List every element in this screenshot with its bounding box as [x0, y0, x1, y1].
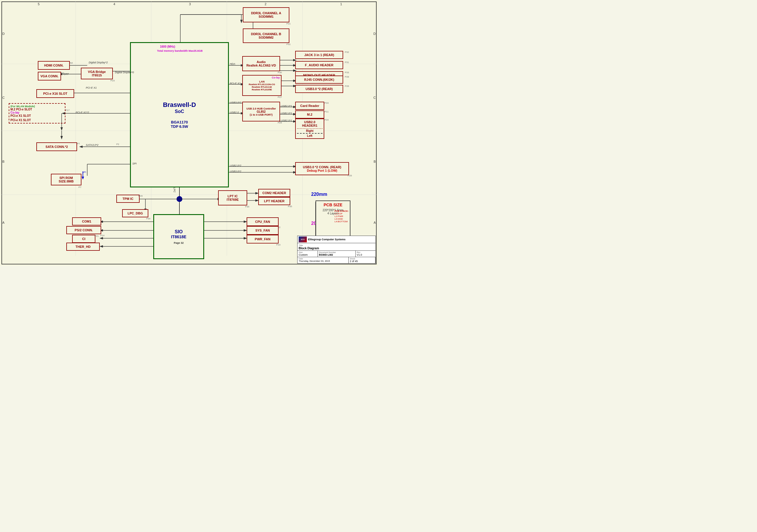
spi-rom-size: SIZE:8MB	[59, 180, 74, 183]
soc-pkg: BGA1170	[171, 120, 188, 125]
cpu-fan-label: CPU_FAN	[255, 220, 270, 223]
spi-rom-label: SPI ROM	[59, 176, 73, 180]
card-reader-box: Card Reader	[295, 102, 324, 110]
p7b-label: P7	[78, 186, 81, 188]
title-docnum-row: Size Custom Document Number BSWD-LM2 Rev…	[297, 251, 376, 257]
grid-col-5: 5	[38, 2, 40, 6]
ps2-label: PS/2 CONN.	[75, 228, 93, 232]
soc-type: SoC	[175, 109, 184, 114]
company-name: Elitegroup Computer Systems	[308, 238, 346, 241]
lan-colay: Co-lay	[272, 76, 280, 79]
pcie-x16-box: PCI-e X16 SLOT	[36, 89, 74, 98]
lan-chip-box: LAN Realtek RTL8111GN-CG Realtek RTL8111…	[242, 75, 282, 96]
sio-model: IT8618E	[171, 235, 186, 239]
com2-label: COM2 HEADER	[262, 191, 286, 195]
usb-hub-box: USB 2.0 HUB Controller GL852 (1 to 4 USB…	[242, 102, 280, 122]
pwr-fan-label: PWR_FAN	[255, 238, 270, 241]
usb-hub-line1: USB 2.0 HUB Controller	[246, 107, 276, 110]
pwr-fan-box: PWR_FAN	[247, 235, 279, 243]
spi1-label: SPI	[82, 171, 86, 174]
usb3-debug-label: Debug Port 1 (LOW)	[307, 169, 337, 172]
audio-chip-model: Realtek ALC662-VD	[246, 64, 276, 67]
usb3-rear-debug-box: USB3.0 *2 CONN. (REAR) Debug Port 1 (LOW…	[295, 162, 349, 175]
grid-row-b: B	[2, 160, 4, 163]
p24b-label: P24	[324, 102, 329, 104]
grid-row-d-right: D	[374, 32, 376, 36]
page-rev: V1.0	[357, 253, 375, 256]
memory-note2: Total memory bandwidth Max25.6GB	[157, 49, 203, 52]
lan-line4: Realtek RTL8105E	[252, 88, 272, 91]
dig-disp2-label: Digital Display*2	[89, 61, 108, 64]
grid-row-a-right: A	[374, 221, 376, 224]
usb20-header-box: USB2.0 HEADER1 Right Left	[295, 119, 324, 139]
pcb-l3: L3:GND	[334, 218, 349, 220]
title-company-row: ECS Elitegroup Computer Systems	[297, 236, 376, 243]
page-date: Thursday, December 03, 2015	[299, 260, 347, 262]
dig-disp0-label: Digital Display*0	[115, 71, 134, 74]
title-date-row: Date Thursday, December 03, 2015 Sheet 2…	[297, 257, 376, 263]
ther-label: THER_HD	[76, 245, 91, 248]
doc-number: BSWD-LM2	[319, 253, 354, 256]
ci-label: CI	[82, 237, 85, 240]
vga-bridge-model: IT6515	[92, 73, 102, 77]
p32-label: P32	[345, 51, 349, 53]
pcie-x1-signal: PCI-E X1	[230, 82, 241, 85]
sio-page: Page 32	[174, 241, 184, 244]
p25-label: P25	[348, 174, 352, 177]
vga-bridge-box: VGA Bridge IT6515	[81, 68, 113, 79]
lan-line2: Realtek RTL8111GN-CG	[249, 83, 275, 86]
lpt-ic-label: LPT IC	[228, 194, 238, 198]
p31-label: P31	[287, 43, 290, 45]
sys-fan-box: SYS_FAN	[247, 226, 279, 235]
grid-row-c-right: C	[374, 96, 376, 99]
sio-name: SIO	[175, 229, 183, 235]
m2-usb-label: M.2	[307, 113, 312, 116]
grid-col-2: 2	[265, 2, 266, 6]
right-label: Right	[297, 128, 322, 132]
usb20x2-signal: USB2.0*2	[230, 164, 241, 167]
pcie-x1x2-sig: PCI-E X1*2	[76, 111, 89, 114]
pcb-stack: PCB STACK:	[334, 210, 349, 212]
grid-row-c: C	[2, 96, 5, 99]
lpt-ic-model: IT8769E	[227, 198, 239, 201]
jack-conn-label: JACK 3 in 1 (REAR)	[304, 53, 334, 57]
rj45-label: RJ45 CONN.(6K/2K)	[304, 78, 334, 81]
p14-label: P14	[100, 234, 105, 237]
usb-hub-sub: (1 to 4 USB PORT)	[250, 113, 273, 116]
p30-label: P30	[278, 71, 282, 74]
usb30x2-signal: USB3.0*2	[230, 170, 241, 173]
p29-label: P29	[138, 195, 142, 197]
p21-label: P21	[287, 22, 290, 25]
audio-chip-label: Audio	[257, 60, 265, 64]
sata-label: SATA CONN.*2	[45, 145, 68, 149]
lpt-ic-box: LPT IC IT8769E	[218, 190, 247, 206]
usb20-header-label: USB2.0 HEADER1	[297, 120, 322, 127]
pcb-220mm: 220mm	[311, 192, 327, 197]
soc-box: Braswell-D SoC BGA1170 TDP 6.5W	[130, 42, 229, 187]
memory-note1: 1600 (MHz)	[160, 45, 175, 48]
page-title: Block Diagram	[299, 247, 319, 250]
hdmi-box: HDMI CONN.	[38, 61, 70, 70]
page-size: Custom	[299, 253, 317, 256]
jack-conn-box: JACK 3 in 1 (REAR)	[295, 51, 343, 59]
p2-label: P2	[116, 143, 119, 146]
pcb-l1: L1:TOP	[334, 212, 349, 215]
page-sheet: 2 of 45	[350, 260, 374, 263]
ddr3l-ch-a-label: DDR3L CHANNEL A	[251, 11, 281, 15]
p23-label: P23	[110, 79, 115, 82]
faudio-label: F_AUDIO HEADER	[305, 63, 334, 67]
tpm-box: TPM IC	[116, 195, 139, 203]
ther-box: THER_HD	[66, 242, 100, 251]
p17-label: P17	[65, 109, 70, 112]
grid-row-b-right: B	[374, 160, 376, 163]
m2-slot4: PCI-e X1 SLOT	[11, 119, 64, 122]
ps2-box: PS/2 CONN.	[66, 226, 101, 234]
ecs-logo: ECS	[299, 237, 307, 242]
usb-hub-model: GL852	[257, 110, 266, 113]
pcb-l2: L2:PWR	[334, 215, 349, 218]
m2-group-box: (For WLAN Module) M.2 PCI-e SLOT Co-lay …	[9, 103, 65, 124]
p23b-label: P23	[276, 243, 280, 246]
p24c-label: P24	[324, 119, 329, 121]
usb30-rear-box: USB3.0 *2 (REAR)	[295, 85, 343, 93]
rj45-box: RJ45 CONN.(6K/2K)	[295, 75, 343, 84]
